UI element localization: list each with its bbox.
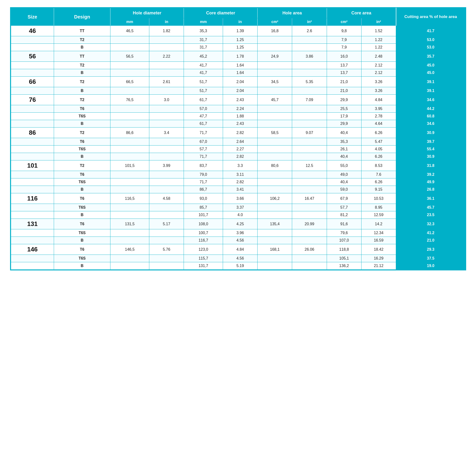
- hole-area-in2: 12.5: [292, 160, 327, 171]
- hole-area-in2: [292, 255, 327, 262]
- hole-area-in2: [292, 36, 327, 44]
- table-row: T6S47,71.8817,92.7860.8: [11, 113, 465, 120]
- hole-diam-mm: 116,5: [110, 193, 149, 204]
- hole-diam-in: [149, 262, 184, 270]
- design-cell: B: [54, 44, 110, 51]
- hole-area-cm2: [258, 171, 292, 178]
- subheader-hole-diam-in: in: [149, 18, 184, 26]
- subheader-hole-diam-mm: mm: [110, 18, 149, 26]
- hole-area-cm2: [258, 237, 292, 244]
- core-area-in2: 1.22: [361, 44, 396, 51]
- hole-diam-in: [149, 120, 184, 128]
- hole-area-cm2: [258, 69, 292, 77]
- core-area-cm2: 13,7: [327, 69, 361, 77]
- core-area-cm2: 49,0: [327, 171, 361, 178]
- hole-diam-mm: 56,5: [110, 51, 149, 62]
- core-area-cm2: 29,9: [327, 120, 361, 128]
- core-area-cm2: 57,7: [327, 204, 361, 211]
- size-cell: [11, 138, 54, 146]
- core-area-cm2: 105,1: [327, 255, 361, 262]
- core-area-cm2: 79,6: [327, 229, 361, 237]
- size-cell: [11, 113, 54, 120]
- core-diam-mm: 83,7: [184, 160, 223, 171]
- core-area-cm2: 7,9: [327, 36, 361, 44]
- hole-area-cm2: [258, 255, 292, 262]
- hole-area-in2: [292, 62, 327, 69]
- subheader-hole-area-cm2: cm²: [258, 18, 292, 26]
- cutting-area-value: 32.3: [396, 219, 465, 229]
- hole-diam-in: [149, 237, 184, 244]
- hole-diam-in: [149, 36, 184, 44]
- core-area-cm2: 40,4: [327, 128, 361, 138]
- core-diam-mm: 123,0: [184, 244, 223, 255]
- design-cell: T2: [54, 36, 110, 44]
- cutting-area-value: 41.7: [396, 26, 465, 36]
- design-cell: T2: [54, 77, 110, 87]
- core-area-in2: 7.6: [361, 171, 396, 178]
- size-cell: [11, 36, 54, 44]
- core-area-in2: 12.59: [361, 211, 396, 219]
- core-diam-mm: 57,7: [184, 146, 223, 153]
- core-area-in2: 8.95: [361, 204, 396, 211]
- core-area-in2: 6.26: [361, 153, 396, 160]
- hole-diam-mm: [110, 262, 149, 270]
- size-cell: 46: [11, 26, 54, 36]
- hole-diam-mm: [110, 178, 149, 186]
- table-row: T6S57,72.2726,14.0555.4: [11, 146, 465, 153]
- hole-diam-in: 2.61: [149, 77, 184, 87]
- hole-area-cm2: [258, 204, 292, 211]
- core-area-cm2: 40,4: [327, 153, 361, 160]
- core-diam-mm: 85,7: [184, 204, 223, 211]
- cutting-area-value: 44.2: [396, 105, 465, 113]
- core-diam-in: 2.43: [223, 95, 257, 105]
- hole-diam-mm: 146,5: [110, 244, 149, 255]
- cutting-area-value: 35.7: [396, 51, 465, 62]
- core-area-cm2: 81,2: [327, 211, 361, 219]
- size-cell: [11, 204, 54, 211]
- core-diam-in: 2.24: [223, 105, 257, 113]
- hole-area-cm2: 106,2: [258, 193, 292, 204]
- core-area-cm2: 9,8: [327, 26, 361, 36]
- core-diam-mm: 51,7: [184, 77, 223, 87]
- core-diam-mm: 108,0: [184, 219, 223, 229]
- core-diam-mm: 115,7: [184, 255, 223, 262]
- cutting-area-value: 34.6: [396, 95, 465, 105]
- cutting-area-value: 19.0: [396, 262, 465, 270]
- cutting-area-value: 39.1: [396, 77, 465, 87]
- core-area-cm2: 40,4: [327, 178, 361, 186]
- hole-area-in2: [292, 153, 327, 160]
- size-cell: [11, 146, 54, 153]
- cutting-area-value: 39.1: [396, 87, 465, 95]
- table-row: 86T286,63.471,72.8258,59.0740,46.2630.9: [11, 128, 465, 138]
- core-diam-in: 3.37: [223, 204, 257, 211]
- hole-diam-in: [149, 44, 184, 51]
- design-cell: B: [54, 87, 110, 95]
- size-cell: 56: [11, 51, 54, 62]
- hole-diam-mm: [110, 204, 149, 211]
- hole-diam-in: [149, 69, 184, 77]
- core-diam-in: 2.43: [223, 120, 257, 128]
- core-diam-mm: 35,3: [184, 26, 223, 36]
- cutting-area-value: 41.2: [396, 229, 465, 237]
- core-diam-in: 2.27: [223, 146, 257, 153]
- core-diam-mm: 116,7: [184, 237, 223, 244]
- header-hole-area: Hole area: [258, 8, 327, 18]
- hole-diam-mm: [110, 87, 149, 95]
- core-diam-mm: 57,0: [184, 105, 223, 113]
- hole-area-in2: [292, 262, 327, 270]
- table-row: 76T276,53.061,72.4345,77.0929,94.8434.6: [11, 95, 465, 105]
- hole-area-cm2: [258, 44, 292, 51]
- table-row: B31,71.257,91.2253.0: [11, 44, 465, 51]
- hole-area-in2: 16.47: [292, 193, 327, 204]
- hole-area-in2: 20.99: [292, 219, 327, 229]
- size-cell: 131: [11, 219, 54, 229]
- hole-diam-in: [149, 153, 184, 160]
- core-area-in2: 6.26: [361, 178, 396, 186]
- hole-diam-mm: [110, 171, 149, 178]
- cutting-area-value: 49.9: [396, 178, 465, 186]
- hole-diam-mm: 101,5: [110, 160, 149, 171]
- hole-area-cm2: 45,7: [258, 95, 292, 105]
- core-area-in2: 1.22: [361, 36, 396, 44]
- cutting-area-value: 55.4: [396, 146, 465, 153]
- hole-diam-mm: [110, 120, 149, 128]
